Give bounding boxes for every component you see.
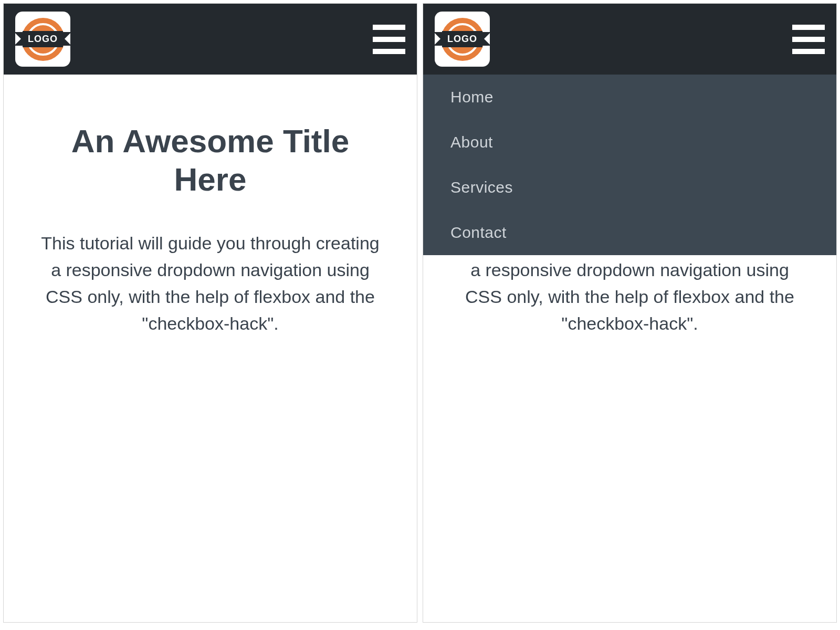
hamburger-menu-icon[interactable] bbox=[373, 25, 405, 54]
page-description: This tutorial will guide you through cre… bbox=[35, 230, 385, 337]
mobile-frame-open: LOGO An Awesome Title Here This tutorial… bbox=[423, 3, 837, 623]
nav-item-about[interactable]: About bbox=[423, 120, 836, 165]
header-bar: LOGO bbox=[423, 4, 836, 75]
nav-item-home[interactable]: Home bbox=[423, 75, 836, 120]
header-bar: LOGO bbox=[4, 4, 417, 75]
nav-item-contact[interactable]: Contact bbox=[423, 210, 836, 255]
page-title: An Awesome Title Here bbox=[35, 122, 385, 198]
logo[interactable]: LOGO bbox=[435, 12, 490, 67]
nav-item-services[interactable]: Services bbox=[423, 165, 836, 210]
logo-circle-icon: LOGO bbox=[441, 18, 484, 61]
logo-circle-icon: LOGO bbox=[22, 18, 65, 61]
logo-text: LOGO bbox=[23, 31, 63, 47]
logo-text: LOGO bbox=[442, 31, 482, 47]
hamburger-menu-icon[interactable] bbox=[792, 25, 825, 54]
dropdown-menu: Home About Services Contact bbox=[423, 75, 836, 255]
mobile-frame-closed: LOGO An Awesome Title Here This tutorial… bbox=[3, 3, 417, 623]
logo[interactable]: LOGO bbox=[15, 12, 70, 67]
page-content: An Awesome Title Here This tutorial will… bbox=[4, 75, 417, 337]
